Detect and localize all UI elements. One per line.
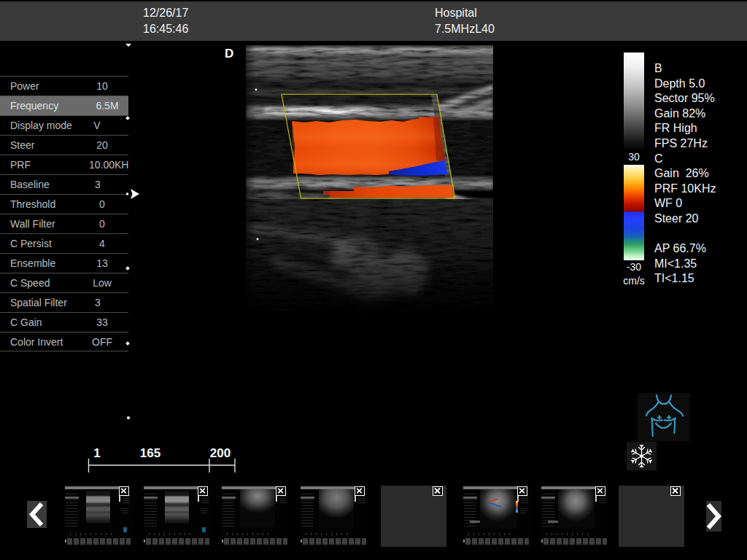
svg-text:200: 200 xyxy=(210,446,231,460)
svg-text:165: 165 xyxy=(140,446,160,460)
svg-text:1: 1 xyxy=(93,446,100,460)
